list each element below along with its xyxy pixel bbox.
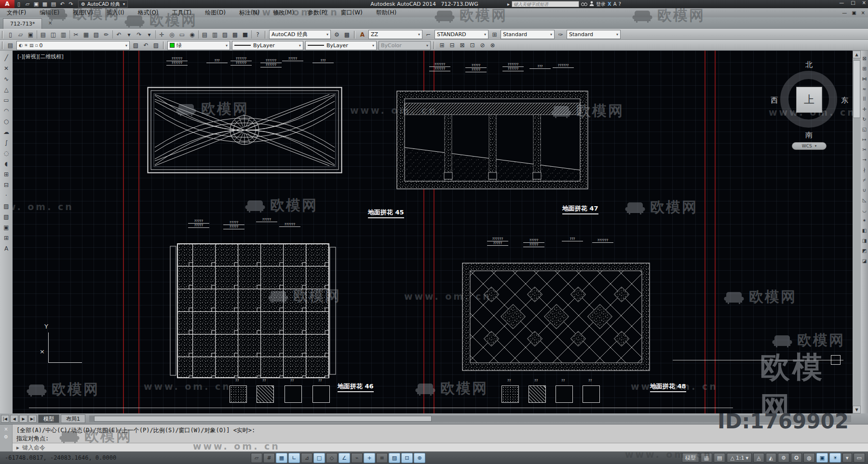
modify-tool-icon[interactable]: ↻ bbox=[861, 114, 868, 124]
modify-tool-icon[interactable]: → bbox=[861, 155, 868, 165]
toolbar-icon[interactable] bbox=[155, 30, 156, 39]
status-icon-button[interactable]: ▥ bbox=[701, 453, 712, 463]
tab-model[interactable]: 模型 bbox=[38, 414, 59, 423]
toolbar-icon[interactable] bbox=[37, 30, 37, 39]
toolbar-grip[interactable] bbox=[2, 41, 3, 49]
status-toggle-button[interactable]: + bbox=[364, 453, 375, 463]
exchange-apps-icon[interactable]: X bbox=[608, 1, 611, 7]
menu-item[interactable]: 格式(O) bbox=[131, 9, 165, 17]
status-icon-button[interactable]: ▤ bbox=[714, 453, 725, 463]
tab-layout1[interactable]: 布局1 bbox=[61, 414, 85, 423]
doc-close-button[interactable]: × bbox=[861, 10, 865, 15]
toolbar-grip[interactable] bbox=[354, 31, 355, 39]
toolbar-icon[interactable]: ▣ bbox=[26, 30, 36, 39]
workspace-lock-icon[interactable]: ▩ bbox=[342, 30, 352, 39]
status-toggle-button[interactable]: □ bbox=[313, 453, 325, 463]
toolbar-icon[interactable]: ✂ bbox=[71, 30, 81, 39]
toolbar-icon[interactable]: ▥ bbox=[210, 30, 220, 39]
minimize-button[interactable]: — bbox=[839, 0, 844, 5]
status-toggle-button[interactable]: ▱ bbox=[251, 453, 262, 463]
toolbar-icon[interactable]: ▦ bbox=[81, 30, 91, 39]
modify-tool-icon[interactable]: ∤ bbox=[861, 165, 868, 175]
draw-tool-icon[interactable]: ✕ bbox=[1, 63, 12, 74]
drawing-canvas[interactable]: [-][俯视][二维线框] bbox=[13, 51, 853, 413]
annotation-scale-button[interactable]: △ 1:1 ▾ bbox=[727, 453, 752, 463]
menu-item[interactable]: 编辑(E) bbox=[33, 9, 66, 17]
dim-style-dropdown[interactable]: STANDARD▾ bbox=[434, 30, 488, 39]
viewcube-south-label[interactable]: 南 bbox=[805, 131, 813, 140]
menu-item[interactable]: 窗口(W) bbox=[334, 9, 369, 17]
modify-tool-icon[interactable]: ⌿ bbox=[861, 175, 868, 185]
layer-dropdown[interactable]: ◐ ☀ ▤ ▫ 0 ▾ bbox=[16, 41, 130, 50]
layer-tool-icon[interactable]: ▨ bbox=[151, 41, 161, 50]
text-style-icon[interactable]: A bbox=[357, 30, 367, 39]
workspace-dropdown[interactable]: AutoCAD 经典▾ bbox=[269, 30, 331, 39]
draw-tool-icon[interactable]: ∫ bbox=[1, 137, 12, 148]
toolbar-icon[interactable]: ▧ bbox=[91, 30, 101, 39]
signin-person-icon[interactable] bbox=[589, 1, 594, 7]
toolbar-icon[interactable]: ◉ bbox=[187, 30, 197, 39]
status-icon-button[interactable]: ◍ bbox=[803, 453, 815, 463]
cell-style-icon[interactable]: ⊘ bbox=[477, 41, 488, 50]
modify-tool-icon[interactable]: ⊞ bbox=[861, 64, 868, 74]
modify-tool-icon[interactable]: ⠿ bbox=[861, 94, 868, 104]
modify-tool-icon[interactable]: ∪ bbox=[861, 185, 868, 195]
linetype-dropdown[interactable]: ByLayer ▾ bbox=[232, 41, 303, 50]
draw-tool-icon[interactable]: ▣ bbox=[1, 222, 12, 233]
menu-item[interactable]: 工具(T) bbox=[165, 9, 199, 17]
draw-tool-icon[interactable]: · bbox=[1, 190, 12, 201]
text-style-dropdown[interactable]: ZZ▾ bbox=[368, 30, 422, 39]
layer-tool-icon[interactable]: ↶ bbox=[141, 41, 151, 50]
modify-tool-icon[interactable]: ✛ bbox=[861, 104, 868, 114]
doc-restore-button[interactable]: ▣ bbox=[852, 10, 856, 15]
clean-screen-button[interactable]: ▭ bbox=[854, 453, 865, 463]
status-icon-button[interactable]: ◬ bbox=[753, 453, 764, 463]
modify-tool-icon[interactable]: ↦ bbox=[861, 134, 868, 145]
draw-tool-icon[interactable]: △ bbox=[1, 84, 12, 95]
search-input[interactable] bbox=[512, 1, 579, 7]
toolbar-icon[interactable]: ◫ bbox=[48, 30, 58, 39]
toolbar-icon[interactable]: ▨ bbox=[220, 30, 230, 39]
status-toggle-button[interactable]: ⌁ bbox=[351, 453, 363, 463]
signin-label[interactable]: 登录 bbox=[596, 1, 606, 8]
draw-tool-icon[interactable]: ▧ bbox=[1, 212, 12, 222]
command-close-icon[interactable]: × bbox=[4, 426, 8, 432]
modify-tool-icon[interactable]: ◧ bbox=[861, 225, 868, 236]
layer-freeze-sun-icon[interactable]: ☀ bbox=[24, 43, 28, 48]
cell-style-icon[interactable]: ⊡ bbox=[467, 41, 477, 50]
model-space-button[interactable]: 模型 bbox=[682, 453, 699, 463]
menu-item[interactable]: 标注(N) bbox=[232, 9, 266, 17]
cell-style-icon[interactable]: ⊞ bbox=[437, 41, 447, 50]
status-toggle-button[interactable]: ∠ bbox=[339, 453, 350, 463]
tab-nav-button[interactable]: |◀ bbox=[1, 415, 9, 423]
draw-tool-icon[interactable]: ☁ bbox=[1, 127, 12, 137]
toolbar-icon[interactable]: ↷ bbox=[134, 30, 144, 39]
toolbar-icon[interactable] bbox=[69, 30, 70, 39]
close-button[interactable]: × bbox=[862, 0, 866, 5]
tab-nav-button[interactable]: ▶| bbox=[28, 415, 37, 423]
qat-icon[interactable]: ▣ bbox=[32, 0, 41, 9]
draw-tool-icon[interactable]: ∿ bbox=[1, 74, 12, 84]
toolbar-grip[interactable] bbox=[434, 41, 435, 49]
toolbar-icon[interactable]: ▤ bbox=[38, 30, 48, 39]
modify-tool-icon[interactable]: ✶ bbox=[861, 215, 868, 225]
modify-tool-icon[interactable]: ◡ bbox=[861, 205, 868, 215]
status-menu-arrow[interactable]: ▾ bbox=[842, 453, 852, 463]
draw-tool-icon[interactable]: ⊞ bbox=[1, 169, 12, 180]
toolbar-icon[interactable]: ▩ bbox=[230, 30, 240, 39]
autodesk360-icon[interactable]: A bbox=[613, 1, 617, 7]
modify-tool-icon[interactable]: ✂ bbox=[861, 145, 868, 155]
dim-style-icon[interactable]: ⌐ bbox=[423, 30, 434, 39]
menu-item[interactable]: 视图(V) bbox=[66, 9, 100, 17]
viewcube-wcs-dropdown[interactable]: WCS▾ bbox=[792, 142, 827, 150]
draw-tool-icon[interactable]: ◠ bbox=[1, 106, 12, 116]
toolbar-icon[interactable]: ✛ bbox=[157, 30, 167, 39]
menu-item[interactable]: 插入(I) bbox=[100, 9, 131, 17]
draw-tool-icon[interactable]: ⊟ bbox=[1, 180, 12, 190]
modify-tool-icon[interactable]: ◺ bbox=[861, 195, 868, 205]
status-toggle-button[interactable]: ▨ bbox=[389, 453, 400, 463]
doc-minimize-button[interactable]: — bbox=[842, 10, 847, 15]
status-icon-button[interactable]: ⚙ bbox=[778, 453, 789, 463]
help-icon[interactable]: ? bbox=[619, 1, 621, 7]
toolbar-icon[interactable]: ▾ bbox=[144, 30, 154, 39]
